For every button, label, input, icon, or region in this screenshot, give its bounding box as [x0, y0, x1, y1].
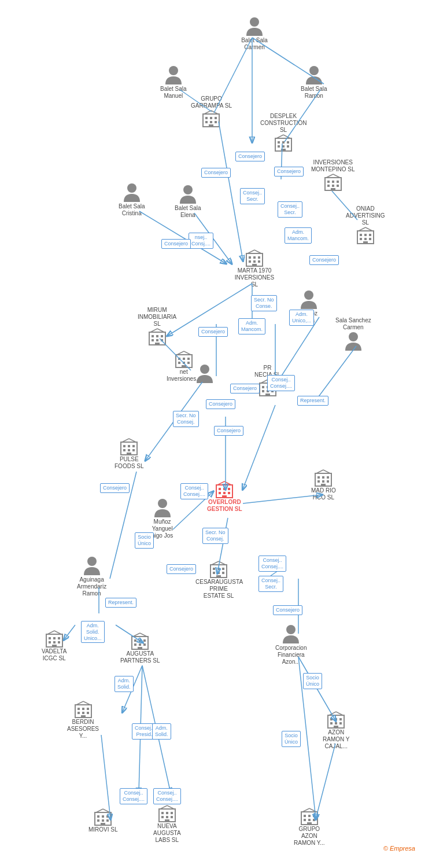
badge-consejero-5[interactable]: Consejero — [161, 239, 191, 249]
label-nueva-augusta: NUEVAAUGUSTALABS SL — [153, 823, 181, 844]
badge-consejero-9[interactable]: Consejero — [214, 426, 243, 436]
svg-rect-179 — [139, 639, 141, 642]
node-cesaraugusta[interactable]: CESARAUGUSTAPRIMEESTATE SL — [195, 560, 242, 599]
svg-rect-56 — [281, 149, 286, 151]
badge-consej-consej-5[interactable]: Consej..Consej.... — [153, 788, 181, 804]
node-balet-sala-elena[interactable]: Balet SalaElena — [175, 184, 201, 219]
node-balet-sala-cristina[interactable]: Balet SalaCristina — [119, 182, 145, 217]
svg-rect-125 — [123, 445, 125, 447]
badge-consej-secr-3[interactable]: Consej..Secr. — [258, 576, 283, 592]
badge-consejero-4[interactable]: Consejero — [309, 255, 339, 265]
node-sala-sanchez-carmen[interactable]: Sala SanchezCarmen — [335, 317, 371, 352]
label-mirovi: MIROVI SL — [88, 826, 118, 833]
badge-consejero-10[interactable]: Consejero — [100, 483, 130, 493]
building-icon — [120, 437, 138, 456]
badge-consej-secr-2[interactable]: Consej..Secr. — [278, 201, 302, 218]
svg-rect-64 — [332, 185, 334, 187]
node-augusta-partners[interactable]: AUGUSTAPARTNERS SL — [120, 632, 160, 664]
svg-rect-209 — [102, 815, 104, 818]
person-icon — [179, 184, 197, 205]
badge-consej-consej-4[interactable]: Consej..Consej.... — [120, 788, 147, 804]
svg-rect-200 — [339, 718, 342, 720]
node-corporacion[interactable]: CorporacionFinancieraAzon... — [275, 624, 306, 665]
node-oniad[interactable]: ONIADADVERTISINGSL — [346, 205, 385, 245]
badge-socio-unico-1[interactable]: SocioÚnico — [135, 532, 154, 549]
badge-consejero-3[interactable]: Consejero — [274, 167, 304, 176]
building-icon — [158, 804, 176, 823]
badge-represent-2[interactable]: Represent. — [105, 598, 136, 608]
node-grupo-garrampa[interactable]: GRUPOGARRAMPA SL — [191, 95, 232, 128]
badge-socio-unico-2[interactable]: SocioÚnico — [303, 673, 322, 689]
svg-rect-76 — [363, 241, 368, 244]
node-overlord-gestion[interactable]: OVERLORDGESTION SL — [207, 480, 242, 513]
node-vadelta[interactable]: VADELTAICGC SL — [42, 630, 67, 662]
badge-socio-unico-3[interactable]: SocioÚnico — [282, 731, 301, 747]
node-pulse-foods[interactable]: PULSEFOODS SL — [115, 437, 144, 470]
svg-rect-66 — [331, 188, 335, 190]
badge-secr-no-conse-1[interactable]: Secr. NoConse. — [251, 295, 277, 311]
svg-rect-159 — [213, 572, 215, 574]
node-mirum[interactable]: MIRUMINMOBILIARIASL — [138, 307, 176, 346]
svg-rect-174 — [52, 645, 57, 647]
badge-consejero-2[interactable]: Consejero — [201, 168, 231, 178]
svg-rect-141 — [222, 495, 227, 498]
node-grupo-azon[interactable]: GRUPOAZONRAMON Y... — [294, 807, 325, 847]
person-icon — [164, 65, 183, 86]
node-person-mid[interactable] — [195, 363, 214, 384]
badge-secr-no-consej-2[interactable]: Secr. NoConsej. — [202, 528, 228, 544]
node-aguinaga[interactable]: AguinagaArmendarizRamon — [77, 556, 106, 597]
badge-consej-consej-1[interactable]: Consej..Consej.... — [267, 375, 295, 391]
svg-rect-128 — [123, 449, 125, 451]
node-balet-sala-manuel[interactable]: Balet SalaManuel — [160, 65, 187, 100]
node-marta-1970[interactable]: MARTA 1970INVERSIONES SL — [231, 249, 278, 288]
svg-rect-106 — [178, 362, 180, 364]
building-icon-highlight — [215, 480, 234, 499]
svg-rect-108 — [187, 362, 190, 364]
node-mad-rio[interactable]: MAD RIOHCO SL — [311, 469, 336, 501]
svg-rect-201 — [330, 722, 333, 724]
badge-adm-mancom-1[interactable]: Adm.Mancom. — [285, 227, 312, 244]
svg-rect-74 — [364, 238, 367, 240]
badge-represent-1[interactable]: Represent. — [297, 396, 328, 406]
badge-secr-no-consej-1[interactable]: Secr. NoConsej. — [173, 411, 199, 427]
svg-rect-161 — [222, 572, 224, 574]
node-balet-sala-carmen[interactable]: Balet Sala Carmen — [231, 16, 278, 51]
svg-rect-84 — [258, 256, 260, 259]
badge-consejero-11[interactable]: Consejero — [167, 564, 196, 574]
node-muñoz-yanguel[interactable]: MuñozYanguelhigo Jos — [152, 498, 173, 539]
badge-consej-consj[interactable]: nsej..Consj.... — [189, 233, 213, 249]
label-cesaraugusta: CESARAUGUSTAPRIMEESTATE SL — [195, 579, 242, 599]
svg-rect-70 — [360, 234, 362, 236]
node-inversiones-montepino[interactable]: INVERSIONESMONTEPINO SL — [311, 159, 355, 192]
node-balet-sala-ramon[interactable]: Balet SalaRamon — [301, 65, 327, 100]
badge-consejero-8[interactable]: Consejero — [206, 399, 235, 409]
badge-adm-solid-unico[interactable]: Adm.Solid.Unico... — [81, 621, 105, 643]
svg-rect-95 — [152, 339, 154, 341]
badge-consejero-6[interactable]: Consejero — [198, 327, 228, 337]
node-mirovi[interactable]: MIROVI SL — [88, 808, 118, 833]
badge-consej-secr-1[interactable]: Consej..Secr. — [240, 188, 265, 204]
badge-consej-consej-3[interactable]: Consej..Consej.... — [258, 556, 286, 572]
badge-adm-mancom-2[interactable]: Adm.Mancom. — [238, 318, 265, 334]
badge-consejero-12[interactable]: Consejero — [273, 605, 302, 615]
svg-rect-54 — [282, 145, 285, 148]
svg-rect-229 — [308, 815, 311, 817]
badge-adm-unico[interactable]: Adm.Unico,... — [289, 310, 314, 326]
node-azon-ramon[interactable]: AZONRAMON YCAJAL... — [323, 711, 350, 750]
svg-point-112 — [200, 365, 209, 374]
svg-rect-42 — [215, 117, 217, 119]
badge-adm-solid-2[interactable]: Adm.Solid. — [152, 723, 171, 740]
svg-rect-52 — [287, 141, 289, 144]
building-icon — [45, 630, 64, 648]
node-desplek[interactable]: DESPLEKCONSTRUCTIONSL — [260, 113, 306, 152]
svg-line-23 — [243, 495, 322, 503]
badge-adm-solid-1[interactable]: Adm.Solid. — [115, 676, 134, 692]
node-nueva-augusta[interactable]: NUEVAAUGUSTALABS SL — [153, 804, 181, 844]
svg-rect-129 — [128, 449, 130, 451]
badge-consej-consej-2[interactable]: Consej..Consej.... — [180, 483, 208, 499]
badge-consejero-1[interactable]: Consejero — [235, 152, 265, 161]
badge-consejero-7[interactable]: Consejero — [230, 384, 260, 393]
svg-point-144 — [158, 499, 167, 508]
node-berdin-asesores[interactable]: BERDINASESORESY... — [67, 700, 99, 740]
svg-rect-184 — [138, 647, 142, 649]
